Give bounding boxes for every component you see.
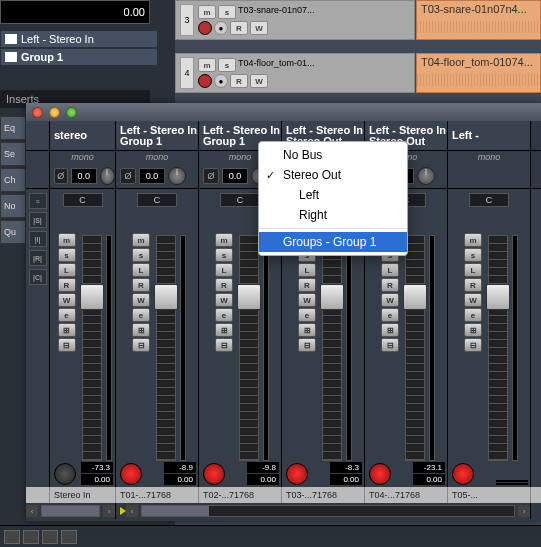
channel-name[interactable]: T01-...71768	[116, 487, 199, 503]
fader-cap[interactable]	[80, 284, 104, 310]
menu-item[interactable]: Right	[259, 205, 407, 225]
mute-button[interactable]: m	[58, 233, 76, 247]
inserts-button[interactable]: ⊞	[464, 323, 482, 337]
phase-button[interactable]: Ø	[54, 168, 68, 184]
minimize-icon[interactable]	[49, 107, 60, 118]
gain-value[interactable]: 0.0	[222, 168, 248, 184]
mute-button[interactable]: m	[215, 233, 233, 247]
view-toggle[interactable]: |I|	[29, 231, 47, 247]
bypass-button[interactable]: ⊟	[298, 338, 316, 352]
listen-button[interactable]: L	[381, 263, 399, 277]
solo-button[interactable]: s	[215, 248, 233, 262]
mute-button[interactable]: m	[132, 233, 150, 247]
audio-clip[interactable]: T03-snare-01n07n4...	[416, 0, 541, 40]
channel-name[interactable]	[26, 487, 50, 503]
write-button[interactable]: W	[132, 293, 150, 307]
mute-button[interactable]: m	[464, 233, 482, 247]
audio-clip[interactable]: T04-floor_tom-01074...	[416, 53, 541, 93]
menu-item[interactable]: Left	[259, 185, 407, 205]
scroll-left-button[interactable]: ‹	[26, 505, 38, 517]
phase-button[interactable]: Ø	[203, 168, 219, 184]
routing-cell[interactable]: Left -	[448, 121, 531, 150]
edit-button[interactable]: e	[464, 308, 482, 322]
listen-button[interactable]: L	[298, 263, 316, 277]
edit-button[interactable]: e	[58, 308, 76, 322]
panner[interactable]: C	[63, 193, 103, 207]
gain-value[interactable]: 0.0	[139, 168, 165, 184]
solo-button[interactable]: s	[218, 5, 236, 19]
read-button[interactable]: R	[230, 21, 248, 35]
panner[interactable]: C	[220, 193, 260, 207]
toolbar-button[interactable]	[42, 530, 58, 544]
fader-value[interactable]: 0.00	[330, 474, 362, 485]
read-button[interactable]: R	[58, 278, 76, 292]
fader-value[interactable]: 0.00	[81, 474, 113, 485]
view-toggle[interactable]: |R|	[29, 250, 47, 266]
fader-cap[interactable]	[320, 284, 344, 310]
fader-value[interactable]: 0.00	[413, 474, 445, 485]
fader-track[interactable]	[239, 235, 259, 461]
fader-track[interactable]	[156, 235, 176, 461]
inserts-button[interactable]: ⊞	[298, 323, 316, 337]
record-enable-button[interactable]	[369, 463, 391, 485]
write-button[interactable]: W	[215, 293, 233, 307]
bypass-button[interactable]: ⊟	[464, 338, 482, 352]
toolbar-button[interactable]	[4, 530, 20, 544]
write-button[interactable]: W	[58, 293, 76, 307]
read-button[interactable]: R	[298, 278, 316, 292]
toolbar-button[interactable]	[23, 530, 39, 544]
inserts-button[interactable]: ⊞	[381, 323, 399, 337]
track-header-3[interactable]: 3 m s T03-snare-01n07... ● R W	[175, 0, 415, 40]
mute-button[interactable]: m	[198, 58, 216, 72]
solo-button[interactable]: s	[218, 58, 236, 72]
write-button[interactable]: W	[250, 74, 268, 88]
record-enable-button[interactable]	[452, 463, 474, 485]
mute-button[interactable]: m	[198, 5, 216, 19]
fader-value[interactable]: 0.00	[164, 474, 196, 485]
pan-knob[interactable]	[168, 167, 186, 185]
fader-cap[interactable]	[403, 284, 427, 310]
scroll-right-button[interactable]: ›	[103, 505, 115, 517]
window-titlebar[interactable]	[26, 103, 541, 121]
edit-button[interactable]: e	[215, 308, 233, 322]
edit-button[interactable]: e	[381, 308, 399, 322]
panner[interactable]: C	[137, 193, 177, 207]
fader-track[interactable]	[488, 235, 508, 461]
inspector-tab[interactable]: Eq	[0, 116, 26, 140]
inserts-button[interactable]: ⊞	[132, 323, 150, 337]
view-toggle[interactable]: |C|	[29, 269, 47, 285]
solo-button[interactable]: s	[58, 248, 76, 262]
monitor-button[interactable]: ●	[214, 21, 228, 35]
close-icon[interactable]	[32, 107, 43, 118]
listen-button[interactable]: L	[464, 263, 482, 277]
input-row-stereo-in[interactable]: Left - Stereo In	[0, 30, 158, 48]
maximize-icon[interactable]	[66, 107, 77, 118]
fader-value[interactable]	[496, 483, 528, 485]
record-enable-button[interactable]	[54, 463, 76, 485]
inspector-tab[interactable]: Qu	[0, 220, 26, 244]
bypass-button[interactable]: ⊟	[132, 338, 150, 352]
record-enable[interactable]	[198, 21, 212, 35]
channel-name[interactable]: T04-...71768	[365, 487, 448, 503]
pan-knob[interactable]	[100, 167, 115, 185]
record-enable-button[interactable]	[286, 463, 308, 485]
read-button[interactable]: R	[381, 278, 399, 292]
listen-button[interactable]: L	[215, 263, 233, 277]
solo-button[interactable]: s	[132, 248, 150, 262]
narrow-toggle[interactable]: ≡	[29, 193, 47, 209]
edit-button[interactable]: e	[298, 308, 316, 322]
edit-button[interactable]: e	[132, 308, 150, 322]
menu-item[interactable]: Stereo Out	[259, 165, 407, 185]
inspector-tab[interactable]: No	[0, 194, 26, 218]
read-button[interactable]: R	[132, 278, 150, 292]
fader-value[interactable]: 0.00	[247, 474, 279, 485]
fader-track[interactable]	[322, 235, 342, 461]
menu-item[interactable]: Groups - Group 1	[259, 232, 407, 252]
gain-value[interactable]: 0.0	[71, 168, 97, 184]
channel-name[interactable]: T02-...71768	[199, 487, 282, 503]
scroll-left-button[interactable]: ‹	[126, 505, 138, 517]
routing-cell[interactable]: Left - Stereo InGroup 1	[116, 121, 199, 150]
pan-knob[interactable]	[417, 167, 435, 185]
inspector-tab[interactable]: Ch	[0, 168, 26, 192]
channel-name[interactable]: T05-...	[448, 487, 531, 503]
